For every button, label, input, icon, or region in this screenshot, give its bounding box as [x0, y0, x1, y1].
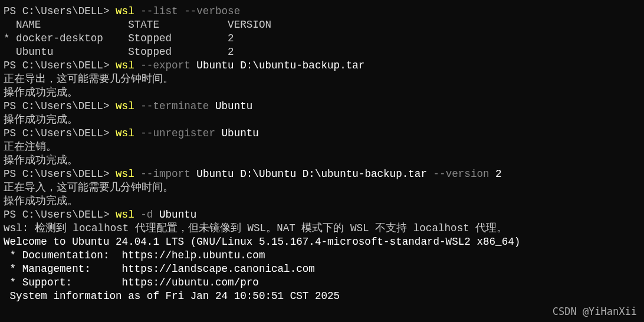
mgmt-line: * Management: https://landscape.canonica… [4, 262, 640, 276]
table-row: Ubuntu Stopped 2 [4, 45, 640, 59]
terminal-output: PS C:\Users\DELL> wsl --list --verbose N… [4, 0, 640, 303]
cmd-line-import: PS C:\Users\DELL> wsl --import Ubuntu D:… [4, 167, 640, 181]
arg: Ubuntu [215, 127, 259, 139]
welcome-line: Welcome to Ubuntu 24.04.1 LTS (GNU/Linux… [4, 235, 640, 249]
table-header: NAME STATE VERSION [4, 18, 640, 32]
cmd-line-unregister: PS C:\Users\DELL> wsl --unregister Ubunt… [4, 127, 640, 140]
flag: --list --verbose [134, 5, 241, 17]
ps-prompt: PS C:\Users\DELL> [4, 100, 116, 112]
wsl-cmd: wsl [116, 5, 134, 17]
output-line: 正在注销。 [4, 140, 640, 154]
wsl-cmd: wsl [116, 209, 134, 221]
sysinfo-line: System information as of Fri Jan 24 10:5… [4, 290, 640, 303]
wsl-cmd: wsl [116, 60, 134, 71]
arg: Ubuntu [153, 209, 196, 221]
output-line: 操作成功完成。 [4, 154, 640, 167]
flag: --export [134, 60, 190, 71]
cmd-line-d: PS C:\Users\DELL> wsl -d Ubuntu [4, 208, 640, 222]
output-line: 操作成功完成。 [4, 195, 640, 208]
wsl-cmd: wsl [116, 100, 134, 112]
arg: Ubuntu [209, 100, 252, 112]
wsl-cmd: wsl [116, 127, 134, 139]
doc-line: * Documentation: https://help.ubuntu.com [4, 249, 640, 262]
cmd-line-export: PS C:\Users\DELL> wsl --export Ubuntu D:… [4, 59, 640, 73]
cmd-line-list: PS C:\Users\DELL> wsl --list --verbose [4, 5, 640, 18]
watermark: CSDN @YiHanXii [553, 305, 637, 318]
flag: --terminate [134, 100, 209, 112]
cmd-line-terminate: PS C:\Users\DELL> wsl --terminate Ubuntu [4, 100, 640, 113]
ps-prompt: PS C:\Users\DELL> [4, 60, 116, 71]
flag: --import [134, 168, 190, 180]
wsl-cmd: wsl [116, 168, 134, 180]
table-row: * docker-desktop Stopped 2 [4, 32, 640, 45]
flag: -d [134, 209, 153, 221]
output-line: wsl: 检测到 localhost 代理配置，但未镜像到 WSL。NAT 模式… [4, 222, 640, 235]
arg: Ubuntu D:\ubuntu-backup.tar [190, 60, 365, 71]
output-line: 正在导出，这可能需要几分钟时间。 [4, 73, 640, 86]
flag: --unregister [134, 127, 215, 139]
support-line: * Support: https://ubuntu.com/pro [4, 276, 640, 290]
ps-prompt: PS C:\Users\DELL> [4, 168, 116, 180]
ps-prompt: PS C:\Users\DELL> [4, 5, 116, 17]
ps-prompt: PS C:\Users\DELL> [4, 209, 116, 221]
arg: 2 [489, 168, 502, 180]
arg: Ubuntu D:\Ubuntu D:\ubuntu-backup.tar [190, 168, 433, 180]
ps-prompt: PS C:\Users\DELL> [4, 127, 116, 139]
output-line: 正在导入，这可能需要几分钟时间。 [4, 181, 640, 195]
output-line: 操作成功完成。 [4, 113, 640, 127]
output-line: 操作成功完成。 [4, 86, 640, 100]
flag: --version [433, 168, 489, 180]
